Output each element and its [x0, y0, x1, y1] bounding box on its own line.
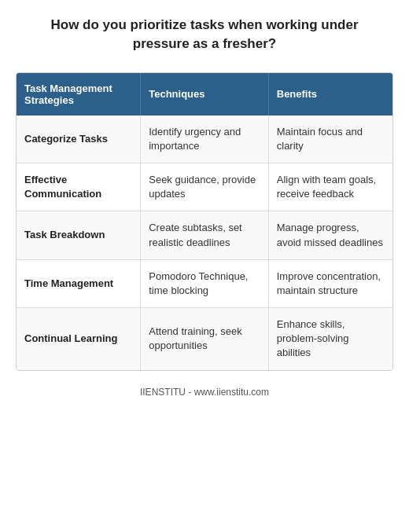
table-row: Task BreakdownCreate subtasks, set reali…: [17, 211, 392, 259]
cell-benefit: Enhance skills, problem-solving abilitie…: [268, 308, 392, 370]
header-technique: Techniques: [141, 73, 269, 116]
table-header: Task Management Strategies Techniques Be…: [17, 73, 392, 116]
cell-technique: Identify urgency and importance: [141, 116, 269, 163]
cell-technique: Seek guidance, provide updates: [141, 163, 269, 211]
table-container: Task Management Strategies Techniques Be…: [16, 72, 393, 371]
strategy-table: Task Management Strategies Techniques Be…: [17, 73, 392, 370]
brand-name: IIENSTITU: [140, 387, 186, 398]
table-body: Categorize TasksIdentify urgency and imp…: [17, 116, 392, 370]
cell-strategy: Task Breakdown: [17, 211, 141, 259]
table-row: Effective CommunicationSeek guidance, pr…: [17, 163, 392, 211]
title-section: How do you prioritize tasks when working…: [16, 16, 393, 53]
cell-benefit: Improve concentration, maintain structur…: [268, 259, 392, 307]
cell-technique: Attend training, seek opportunities: [141, 308, 269, 370]
cell-strategy: Continual Learning: [17, 308, 141, 370]
header-row: Task Management Strategies Techniques Be…: [17, 73, 392, 116]
header-strategy: Task Management Strategies: [17, 73, 141, 116]
table-row: Continual LearningAttend training, seek …: [17, 308, 392, 370]
cell-benefit: Align with team goals, receive feedback: [268, 163, 392, 211]
cell-technique: Pomodoro Technique, time blocking: [141, 259, 269, 307]
cell-benefit: Manage progress, avoid missed deadlines: [268, 211, 392, 259]
cell-benefit: Maintain focus and clarity: [268, 116, 392, 163]
cell-strategy: Time Management: [17, 259, 141, 307]
table-row: Categorize TasksIdentify urgency and imp…: [17, 116, 392, 163]
page-title: How do you prioritize tasks when working…: [24, 16, 385, 53]
footer: IIENSTITU - www.iienstitu.com: [140, 387, 269, 398]
cell-strategy: Effective Communication: [17, 163, 141, 211]
header-benefit: Benefits: [268, 73, 392, 116]
brand-url: www.iienstitu.com: [194, 387, 269, 398]
cell-strategy: Categorize Tasks: [17, 116, 141, 163]
separator: -: [188, 387, 193, 398]
table-row: Time ManagementPomodoro Technique, time …: [17, 259, 392, 307]
cell-technique: Create subtasks, set realistic deadlines: [141, 211, 269, 259]
